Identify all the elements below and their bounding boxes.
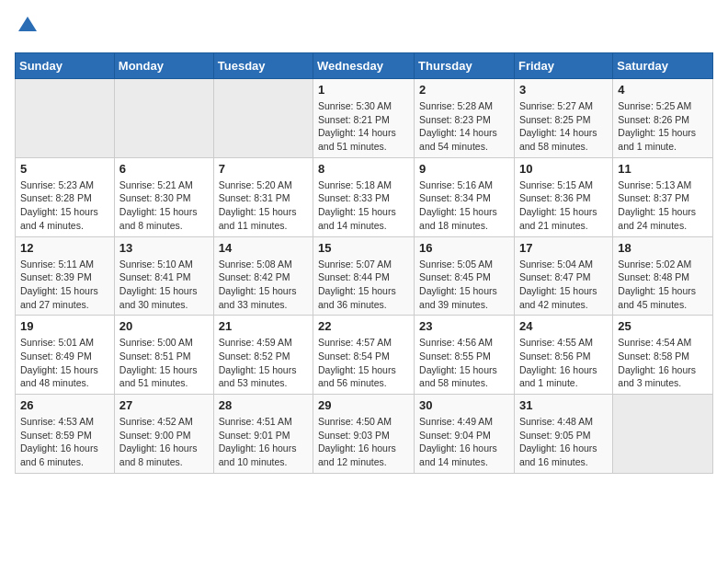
day-number: 11 <box>618 162 708 176</box>
logo <box>15 15 39 41</box>
day-number: 22 <box>318 319 409 333</box>
day-number: 28 <box>219 398 308 412</box>
day-number: 4 <box>618 83 708 97</box>
calendar-cell: 1Sunrise: 5:30 AMSunset: 8:21 PMDaylight… <box>313 79 415 158</box>
calendar-week-1: 1Sunrise: 5:30 AMSunset: 8:21 PMDaylight… <box>16 79 713 158</box>
calendar-week-5: 26Sunrise: 4:53 AMSunset: 8:59 PMDayligh… <box>16 395 713 474</box>
header-monday: Monday <box>114 53 213 79</box>
day-number: 24 <box>519 319 608 333</box>
calendar-cell: 5Sunrise: 5:23 AMSunset: 8:28 PMDaylight… <box>16 157 115 236</box>
calendar-cell: 11Sunrise: 5:13 AMSunset: 8:37 PMDayligh… <box>613 157 713 236</box>
day-number: 17 <box>519 241 608 255</box>
day-number: 30 <box>419 398 509 412</box>
calendar-cell: 18Sunrise: 5:02 AMSunset: 8:48 PMDayligh… <box>613 236 713 316</box>
day-info: Sunrise: 4:59 AMSunset: 8:52 PMDaylight:… <box>219 336 308 390</box>
calendar-week-3: 12Sunrise: 5:11 AMSunset: 8:39 PMDayligh… <box>16 236 713 316</box>
calendar-cell: 27Sunrise: 4:52 AMSunset: 9:00 PMDayligh… <box>114 395 213 474</box>
calendar-cell: 9Sunrise: 5:16 AMSunset: 8:34 PMDaylight… <box>415 157 515 236</box>
calendar-cell: 12Sunrise: 5:11 AMSunset: 8:39 PMDayligh… <box>16 236 115 316</box>
calendar-cell: 25Sunrise: 4:54 AMSunset: 8:58 PMDayligh… <box>613 316 713 395</box>
calendar-cell: 6Sunrise: 5:21 AMSunset: 8:30 PMDaylight… <box>114 157 213 236</box>
day-info: Sunrise: 5:00 AMSunset: 8:51 PMDaylight:… <box>119 336 209 390</box>
calendar-cell <box>613 395 713 474</box>
calendar-cell: 13Sunrise: 5:10 AMSunset: 8:41 PMDayligh… <box>114 236 213 316</box>
day-number: 15 <box>318 241 409 255</box>
day-info: Sunrise: 4:57 AMSunset: 8:54 PMDaylight:… <box>318 336 409 390</box>
day-info: Sunrise: 5:10 AMSunset: 8:41 PMDaylight:… <box>119 258 209 312</box>
calendar-cell: 24Sunrise: 4:55 AMSunset: 8:56 PMDayligh… <box>514 316 612 395</box>
calendar-cell: 28Sunrise: 4:51 AMSunset: 9:01 PMDayligh… <box>213 395 313 474</box>
day-number: 14 <box>219 241 308 255</box>
calendar-cell: 20Sunrise: 5:00 AMSunset: 8:51 PMDayligh… <box>114 316 213 395</box>
header-sunday: Sunday <box>16 53 115 79</box>
day-number: 16 <box>419 241 509 255</box>
day-number: 8 <box>318 162 409 176</box>
day-number: 19 <box>20 319 109 333</box>
calendar-cell: 10Sunrise: 5:15 AMSunset: 8:36 PMDayligh… <box>514 157 612 236</box>
day-number: 27 <box>119 398 209 412</box>
day-info: Sunrise: 5:13 AMSunset: 8:37 PMDaylight:… <box>618 178 708 233</box>
day-info: Sunrise: 5:11 AMSunset: 8:39 PMDaylight:… <box>20 258 109 312</box>
day-info: Sunrise: 4:53 AMSunset: 8:59 PMDaylight:… <box>20 415 109 469</box>
calendar-cell <box>16 79 115 158</box>
day-info: Sunrise: 5:18 AMSunset: 8:33 PMDaylight:… <box>318 178 409 233</box>
day-info: Sunrise: 5:30 AMSunset: 8:21 PMDaylight:… <box>318 99 409 154</box>
calendar-cell: 2Sunrise: 5:28 AMSunset: 8:23 PMDaylight… <box>415 79 515 158</box>
calendar-cell: 15Sunrise: 5:07 AMSunset: 8:44 PMDayligh… <box>313 236 415 316</box>
day-number: 12 <box>20 241 109 255</box>
calendar-week-4: 19Sunrise: 5:01 AMSunset: 8:49 PMDayligh… <box>16 316 713 395</box>
day-info: Sunrise: 4:50 AMSunset: 9:03 PMDaylight:… <box>318 415 409 469</box>
day-number: 25 <box>618 319 708 333</box>
day-number: 5 <box>20 162 109 176</box>
day-info: Sunrise: 5:25 AMSunset: 8:26 PMDaylight:… <box>618 99 708 154</box>
day-number: 10 <box>519 162 608 176</box>
calendar-cell: 21Sunrise: 4:59 AMSunset: 8:52 PMDayligh… <box>213 316 313 395</box>
header-friday: Friday <box>514 53 612 79</box>
day-info: Sunrise: 5:08 AMSunset: 8:42 PMDaylight:… <box>219 258 308 312</box>
calendar-week-2: 5Sunrise: 5:23 AMSunset: 8:28 PMDaylight… <box>16 157 713 236</box>
calendar-cell: 31Sunrise: 4:48 AMSunset: 9:05 PMDayligh… <box>514 395 612 474</box>
calendar-cell: 8Sunrise: 5:18 AMSunset: 8:33 PMDaylight… <box>313 157 415 236</box>
calendar-cell: 4Sunrise: 5:25 AMSunset: 8:26 PMDaylight… <box>613 79 713 158</box>
day-info: Sunrise: 4:51 AMSunset: 9:01 PMDaylight:… <box>219 415 308 469</box>
day-info: Sunrise: 5:15 AMSunset: 8:36 PMDaylight:… <box>519 178 608 233</box>
calendar-cell: 14Sunrise: 5:08 AMSunset: 8:42 PMDayligh… <box>213 236 313 316</box>
calendar-cell: 3Sunrise: 5:27 AMSunset: 8:25 PMDaylight… <box>514 79 612 158</box>
day-number: 3 <box>519 83 608 97</box>
calendar-cell: 16Sunrise: 5:05 AMSunset: 8:45 PMDayligh… <box>415 236 515 316</box>
calendar-cell: 30Sunrise: 4:49 AMSunset: 9:04 PMDayligh… <box>415 395 515 474</box>
day-number: 26 <box>20 398 109 412</box>
day-number: 31 <box>519 398 608 412</box>
day-number: 20 <box>119 319 209 333</box>
day-number: 2 <box>419 83 509 97</box>
calendar-cell <box>114 79 213 158</box>
day-info: Sunrise: 4:52 AMSunset: 9:00 PMDaylight:… <box>119 415 209 469</box>
calendar-cell: 23Sunrise: 4:56 AMSunset: 8:55 PMDayligh… <box>415 316 515 395</box>
logo-icon <box>17 15 39 37</box>
calendar-cell: 26Sunrise: 4:53 AMSunset: 8:59 PMDayligh… <box>16 395 115 474</box>
calendar-cell: 19Sunrise: 5:01 AMSunset: 8:49 PMDayligh… <box>16 316 115 395</box>
day-number: 6 <box>119 162 209 176</box>
day-info: Sunrise: 5:07 AMSunset: 8:44 PMDaylight:… <box>318 258 409 312</box>
calendar-cell: 22Sunrise: 4:57 AMSunset: 8:54 PMDayligh… <box>313 316 415 395</box>
day-info: Sunrise: 5:20 AMSunset: 8:31 PMDaylight:… <box>219 178 308 233</box>
day-info: Sunrise: 5:21 AMSunset: 8:30 PMDaylight:… <box>119 178 209 233</box>
calendar-header: SundayMondayTuesdayWednesdayThursdayFrid… <box>16 53 713 79</box>
day-number: 23 <box>419 319 509 333</box>
day-info: Sunrise: 4:55 AMSunset: 8:56 PMDaylight:… <box>519 336 608 390</box>
day-number: 18 <box>618 241 708 255</box>
svg-marker-0 <box>18 17 37 31</box>
day-info: Sunrise: 4:54 AMSunset: 8:58 PMDaylight:… <box>618 336 708 390</box>
day-number: 7 <box>219 162 308 176</box>
day-info: Sunrise: 5:01 AMSunset: 8:49 PMDaylight:… <box>20 336 109 390</box>
day-number: 13 <box>119 241 209 255</box>
day-info: Sunrise: 4:48 AMSunset: 9:05 PMDaylight:… <box>519 415 608 469</box>
day-info: Sunrise: 5:02 AMSunset: 8:48 PMDaylight:… <box>618 258 708 312</box>
calendar-cell: 29Sunrise: 4:50 AMSunset: 9:03 PMDayligh… <box>313 395 415 474</box>
header-wednesday: Wednesday <box>313 53 415 79</box>
header-tuesday: Tuesday <box>213 53 313 79</box>
calendar-cell: 17Sunrise: 5:04 AMSunset: 8:47 PMDayligh… <box>514 236 612 316</box>
day-number: 9 <box>419 162 509 176</box>
day-info: Sunrise: 5:16 AMSunset: 8:34 PMDaylight:… <box>419 178 509 233</box>
page-header <box>15 15 713 41</box>
